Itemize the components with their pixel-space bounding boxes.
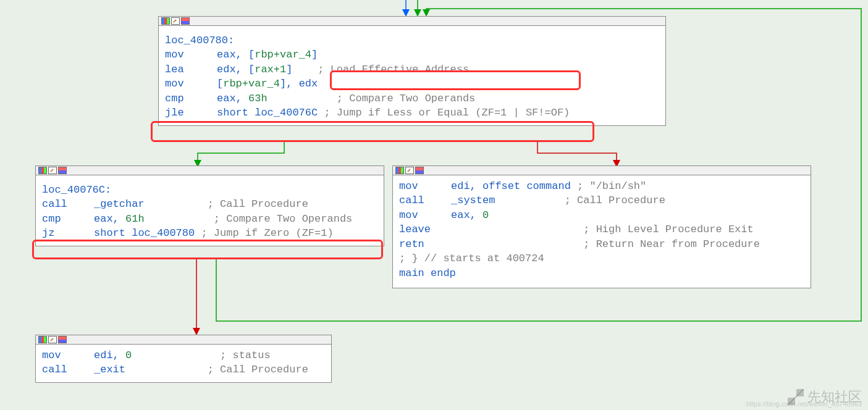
edit-icon bbox=[48, 167, 57, 174]
colors-icon bbox=[161, 17, 170, 25]
colors-icon bbox=[38, 336, 47, 343]
block-40076C[interactable]: loc_40076C: call_getchar ; Call Procedur… bbox=[35, 165, 384, 246]
breakpoint-icon bbox=[58, 167, 67, 174]
code-comment: ; } // starts at 400724 bbox=[399, 253, 544, 264]
breakpoint-icon bbox=[181, 17, 190, 25]
block-body: loc_40076C: call_getchar ; Call Procedur… bbox=[36, 175, 384, 246]
block-body: movedi, offset command ; "/bin/sh" call_… bbox=[393, 175, 811, 288]
colors-icon bbox=[38, 167, 47, 174]
code-label: loc_400780: bbox=[165, 35, 234, 46]
block-body: loc_400780: moveax, [rbp+var_4] leaedx, … bbox=[159, 26, 665, 125]
block-400780[interactable]: loc_400780: moveax, [rbp+var_4] leaedx, … bbox=[158, 16, 666, 126]
edit-icon bbox=[405, 167, 414, 174]
block-system[interactable]: movedi, offset command ; "/bin/sh" call_… bbox=[392, 165, 811, 288]
watermark: 先知社区 https://blog.csdn.net/weixin_457489… bbox=[788, 388, 862, 406]
breakpoint-icon bbox=[415, 167, 424, 174]
edit-icon bbox=[48, 336, 57, 343]
block-exit[interactable]: movedi, 0 ; status call_exit ; Call Proc… bbox=[35, 335, 332, 383]
block-header bbox=[159, 17, 665, 26]
block-header bbox=[36, 335, 331, 345]
breakpoint-icon bbox=[58, 336, 67, 343]
watermark-url: https://blog.csdn.net/weixin_45748963 bbox=[746, 400, 862, 408]
colors-icon bbox=[395, 167, 404, 174]
edit-icon bbox=[171, 17, 180, 25]
code-label: loc_40076C: bbox=[42, 184, 111, 196]
code-label: main endp bbox=[399, 267, 456, 279]
block-body: movedi, 0 ; status call_exit ; Call Proc… bbox=[36, 345, 331, 382]
block-header bbox=[393, 166, 811, 175]
block-header bbox=[36, 166, 384, 175]
